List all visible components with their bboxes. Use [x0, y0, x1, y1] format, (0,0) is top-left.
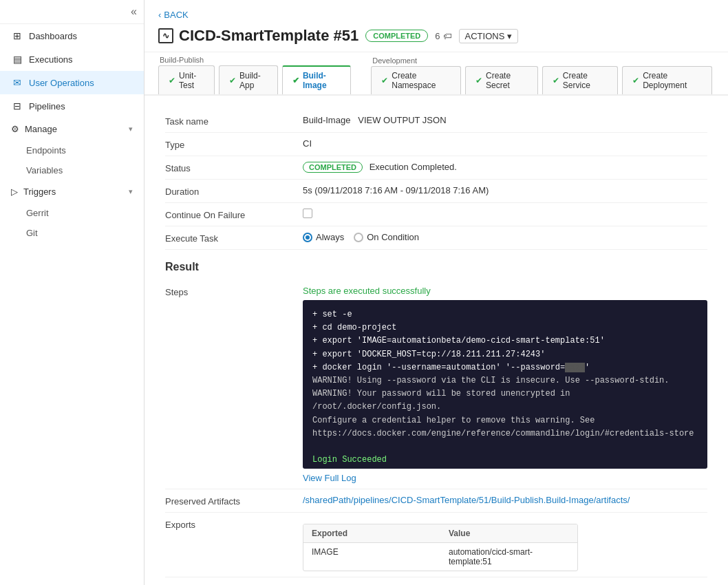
sidebar-item-git[interactable]: Git	[0, 223, 144, 243]
radio-always-dot	[303, 233, 312, 242]
sidebar-collapse-button[interactable]: «	[131, 6, 137, 18]
terminal-line-2: + cd demo-project	[312, 321, 698, 334]
manage-chevron-icon: ▾	[129, 125, 133, 134]
tab-unit-test[interactable]: ✔ Unit-Test	[158, 65, 215, 94]
pipeline-title: ∿ CICD-SmartTemplate #51	[158, 27, 358, 45]
page-header: ∿ CICD-SmartTemplate #51 COMPLETED 6 🏷 A…	[158, 27, 714, 45]
sidebar-label-executions: Executions	[29, 54, 73, 65]
radio-always-label: Always	[316, 232, 344, 242]
group-build-publish: Build-Publish ✔ Unit-Test ✔ Build-App ✔	[158, 52, 353, 94]
terminal-line-10: Login Succeeded	[312, 454, 698, 467]
pipeline-title-text: CICD-SmartTemplate #51	[179, 27, 358, 45]
status-text: Execution Completed.	[370, 162, 457, 172]
field-process: Process No process results available.	[165, 577, 707, 585]
tab-create-namespace[interactable]: ✔ Create Namespace	[371, 66, 461, 94]
radio-condition-label: On Condition	[367, 232, 419, 242]
field-preserved-artifacts: Preserved Artifacts /sharedPath/pipeline…	[165, 489, 707, 513]
field-status: Status COMPLETED Execution Completed.	[165, 156, 707, 180]
label-status: Status	[165, 162, 303, 173]
field-duration: Duration 5s (09/11/2018 7:16 AM - 09/11/…	[165, 180, 707, 203]
sidebar-label-manage: Manage	[25, 124, 57, 134]
sidebar-item-executions[interactable]: ▤ Executions	[0, 47, 144, 71]
terminal-line-6: WARNING! Using --password via the CLI is…	[312, 374, 698, 387]
back-link[interactable]: ‹ BACK	[158, 10, 714, 20]
label-execute-task: Execute Task	[165, 232, 303, 244]
check-create-namespace-icon: ✔	[381, 76, 388, 85]
tab-create-service[interactable]: ✔ Create Service	[542, 66, 618, 94]
field-exports: Exports Exported Value IMAGE automation/…	[165, 513, 707, 577]
sidebar: « ⊞ Dashboards ▤ Executions ✉ User Opera…	[0, 0, 144, 585]
sidebar-item-user-operations[interactable]: ✉ User Operations	[0, 71, 144, 94]
exports-col-exported: Exported	[303, 524, 440, 542]
main-inner: ‹ BACK ∿ CICD-SmartTemplate #51 COMPLETE…	[144, 0, 728, 585]
tab-create-deployment[interactable]: ✔ Create Deployment	[622, 66, 712, 94]
terminal-line-5: + docker login '--username=automation' '…	[312, 361, 698, 374]
sidebar-item-gerrit[interactable]: Gerrit	[0, 203, 144, 223]
value-continue-on-failure	[303, 209, 707, 220]
field-type: Type CI	[165, 133, 707, 156]
sidebar-item-variables[interactable]: Variables	[0, 160, 144, 180]
terminal-output: + set -e + cd demo-project + export 'IMA…	[303, 300, 707, 469]
tab-build-app[interactable]: ✔ Build-App	[219, 65, 278, 94]
view-full-log-link[interactable]: View Full Log	[303, 473, 356, 483]
group-development: Development ✔ Create Namespace ✔ Create …	[371, 53, 714, 94]
sidebar-label-git: Git	[26, 228, 38, 238]
value-exports: Exported Value IMAGE automation/cicd-sma…	[303, 518, 707, 571]
pipeline-tabs-wrapper: Build-Publish ✔ Unit-Test ✔ Build-App ✔	[144, 52, 728, 96]
terminal-line-blank	[312, 440, 698, 454]
sidebar-item-pipelines[interactable]: ⊟ Pipelines	[0, 94, 144, 118]
check-create-secret-icon: ✔	[475, 76, 482, 85]
completed-badge: COMPLETED	[303, 162, 363, 173]
sidebar-item-dashboards[interactable]: ⊞ Dashboards	[0, 24, 144, 47]
pipelines-icon: ⊟	[11, 100, 23, 111]
sidebar-label-user-operations: User Operations	[29, 78, 94, 88]
check-unit-test-icon: ✔	[169, 76, 175, 85]
actions-button[interactable]: ACTIONS ▾	[459, 29, 519, 43]
detail-content: Task name Build-Image VIEW OUTPUT JSON T…	[144, 96, 728, 585]
terminal-line-1: + set -e	[312, 308, 698, 321]
tags-area: 6 🏷	[435, 31, 451, 41]
actions-chevron-icon: ▾	[507, 31, 512, 41]
sidebar-label-pipelines: Pipelines	[29, 101, 65, 111]
sidebar-item-endpoints[interactable]: Endpoints	[0, 140, 144, 160]
main-content: ‹ BACK ∿ CICD-SmartTemplate #51 COMPLETE…	[144, 0, 728, 585]
value-duration: 5s (09/11/2018 7:16 AM - 09/11/2018 7:16…	[303, 185, 707, 195]
terminal-line-4: + export 'DOCKER_HOST=tcp://18.211.211.2…	[312, 348, 698, 361]
terminal-line-3: + export 'IMAGE=automationbeta/demo-cicd…	[312, 334, 698, 348]
label-duration: Duration	[165, 185, 303, 197]
radio-on-condition[interactable]: On Condition	[354, 232, 419, 242]
executions-icon: ▤	[11, 54, 23, 65]
radio-always[interactable]: Always	[303, 232, 344, 242]
label-exports: Exports	[165, 518, 303, 530]
view-output-json-link[interactable]: VIEW OUTPUT JSON	[358, 115, 446, 125]
triggers-chevron-icon: ▾	[129, 187, 133, 196]
artifacts-path-link[interactable]: /sharedPath/pipelines/CICD-SmartTemplate…	[303, 495, 630, 505]
manage-icon: ⚙	[11, 124, 19, 134]
tab-label-create-deployment: Create Deployment	[643, 71, 702, 90]
value-execute-task: Always On Condition	[303, 232, 707, 242]
tab-create-secret[interactable]: ✔ Create Secret	[465, 66, 538, 94]
check-build-image-icon: ✔	[292, 76, 299, 85]
sidebar-group-manage[interactable]: ⚙ Manage ▾	[0, 118, 144, 140]
value-status: COMPLETED Execution Completed.	[303, 162, 707, 173]
group-title-build-publish: Build-Publish	[158, 52, 353, 65]
user-operations-icon: ✉	[11, 77, 23, 88]
execute-task-radio-group: Always On Condition	[303, 232, 707, 242]
tab-label-build-app: Build-App	[239, 71, 268, 90]
continue-on-failure-checkbox[interactable]	[303, 209, 312, 218]
sidebar-label-gerrit: Gerrit	[26, 208, 49, 218]
sidebar-group-triggers[interactable]: ▷ Triggers ▾	[0, 180, 144, 203]
group-title-development: Development	[371, 53, 714, 66]
field-continue-on-failure: Continue On Failure	[165, 203, 707, 226]
tab-build-image[interactable]: ✔ Build-Image	[282, 65, 351, 94]
exports-table: Exported Value IMAGE automation/cicd-sma…	[303, 524, 578, 571]
sidebar-toggle-area: «	[0, 0, 144, 24]
triggers-left: ▷ Triggers	[11, 187, 56, 197]
exports-cell-key-1: IMAGE	[303, 543, 440, 571]
field-steps: Steps Steps are executed successfully + …	[165, 280, 707, 489]
task-name-text: Build-Image	[303, 115, 350, 125]
value-type: CI	[303, 138, 707, 149]
terminal-line-11: + docker build -t automation/cicd-smart-…	[312, 467, 698, 469]
exports-row-1: IMAGE automation/cicd-smart-template:51	[303, 543, 577, 571]
check-create-service-icon: ✔	[553, 76, 559, 85]
